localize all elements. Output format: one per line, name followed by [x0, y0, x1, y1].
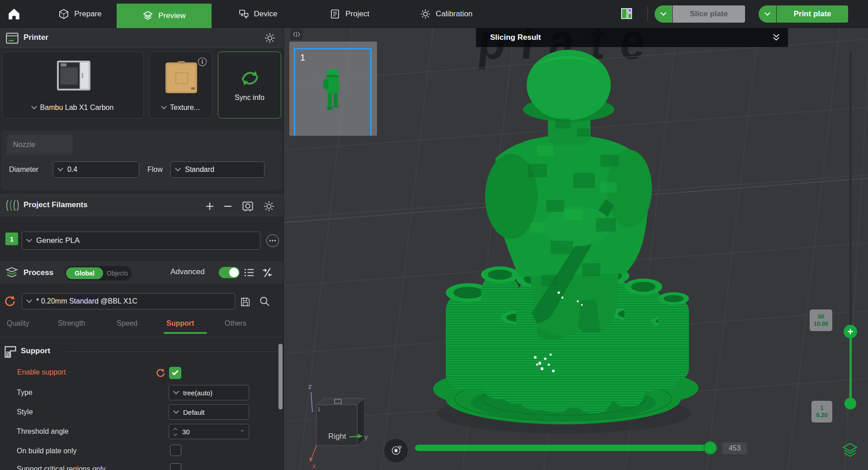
on-build-plate-only-checkbox[interactable]: [170, 445, 181, 456]
z-axis-label: z: [308, 382, 312, 390]
slice-plate-button[interactable]: Slice plate: [673, 5, 745, 23]
process-preset-select[interactable]: * 0.20mm Standard @BBL X1C: [22, 293, 235, 309]
collapse-sidebar-button[interactable]: [290, 29, 303, 40]
print-plate-button[interactable]: Print plate: [777, 5, 848, 23]
process-tab-speed[interactable]: Speed: [117, 319, 137, 328]
stepper-arrows[interactable]: [174, 428, 177, 435]
step-slider-track[interactable]: [415, 445, 717, 451]
gizmo-face-label[interactable]: Right: [328, 432, 346, 441]
printer-card[interactable]: Bambu Lab X1 Carbon: [2, 52, 144, 119]
y-axis-label: y: [364, 433, 368, 441]
tab-project[interactable]: Project: [317, 0, 382, 28]
step-slider-value: 453: [722, 442, 747, 454]
process-scope-toggle[interactable]: Global Objects: [65, 266, 132, 280]
process-tab-others[interactable]: Others: [225, 319, 246, 328]
layer-slider-bottom-handle[interactable]: [844, 398, 856, 409]
top-layer-height: 10.00: [814, 320, 829, 328]
advanced-toggle[interactable]: [219, 267, 240, 278]
checkmark-icon: [172, 369, 178, 375]
panel-scrollbar[interactable]: [278, 344, 283, 409]
stepper-down-icon[interactable]: [174, 432, 177, 435]
slicing-result-bar[interactable]: Slicing Result: [476, 28, 788, 47]
save-preset-icon[interactable]: [240, 296, 251, 308]
build-plate-card[interactable]: Texture...: [149, 52, 212, 119]
layer-slider-top-handle[interactable]: [844, 325, 857, 338]
expand-panel-double-chevron-icon[interactable]: [771, 33, 782, 42]
chevron-down-icon: [57, 166, 63, 171]
compare-presets-icon[interactable]: [261, 266, 274, 279]
process-section-title: Process: [24, 268, 53, 277]
plate-thumbnail[interactable]: 1: [289, 42, 377, 136]
home-button[interactable]: [7, 7, 21, 21]
print-options-dropdown-button[interactable]: [759, 5, 776, 23]
nozzle-diameter-value: 0.4: [67, 166, 77, 174]
viewport-3d[interactable]: plate: [284, 28, 868, 470]
filament-more-options-icon[interactable]: [266, 234, 279, 247]
chevron-down-icon: [26, 237, 32, 242]
tab-calibration[interactable]: Calibration: [406, 0, 486, 28]
filament-selected-value: Generic PLA: [36, 236, 80, 245]
slicing-result-title: Slicing Result: [490, 33, 541, 42]
process-layers-icon: [5, 265, 19, 280]
nozzle-tab[interactable]: Nozzle: [7, 135, 73, 155]
support-critical-regions-checkbox[interactable]: [170, 463, 181, 470]
slice-options-dropdown-button[interactable]: [655, 5, 672, 23]
sync-info-label: Sync info: [218, 94, 281, 102]
nozzle-flow-select[interactable]: Standard: [170, 161, 264, 178]
gcode-preview-toggle-button[interactable]: [384, 439, 408, 462]
bambu-studio-window: Prepare Preview Device Pro: [0, 0, 868, 470]
filament-select[interactable]: Generic PLA: [22, 232, 260, 250]
support-critical-regions-label: Support critical regions only: [17, 465, 106, 470]
build-plate-name: Texture...: [170, 104, 200, 112]
plate-thumbnail-model: [322, 68, 344, 113]
threshold-angle-label: Threshold angle: [17, 427, 69, 436]
collapse-sidebar-icon: [292, 31, 301, 38]
layer-slider-top-badge: 50 10.00: [810, 309, 832, 331]
scope-objects-option[interactable]: Objects: [103, 270, 132, 277]
reset-preset-icon[interactable]: [4, 294, 16, 309]
ams-sync-icon[interactable]: [241, 200, 254, 213]
z-axis-line: [311, 392, 312, 412]
tab-prepare[interactable]: Prepare: [43, 0, 117, 28]
reset-enable-support-icon[interactable]: [155, 367, 167, 379]
scope-global-option[interactable]: Global: [66, 267, 103, 279]
threshold-angle-stepper[interactable]: 30 °: [169, 424, 249, 439]
support-type-value: tree(auto): [183, 389, 212, 397]
info-icon[interactable]: [198, 57, 207, 66]
filament-slot-number[interactable]: 1: [5, 233, 18, 245]
nozzle-diameter-select[interactable]: 0.4: [53, 161, 139, 178]
process-preset-value: * 0.20mm Standard @BBL X1C: [36, 297, 137, 305]
step-slider-handle[interactable]: [703, 441, 717, 455]
tab-device-label: Device: [254, 9, 278, 19]
device-screens-icon: [238, 9, 249, 19]
tab-preview-label: Preview: [158, 11, 185, 20]
process-tab-support[interactable]: Support: [166, 319, 194, 328]
toggle-knob: [229, 268, 239, 277]
sidebar-settings-panel: Printer Bambu Lab X1 Carbon: [0, 28, 284, 470]
tab-project-label: Project: [345, 9, 369, 19]
parameter-list-icon[interactable]: [243, 266, 255, 279]
filaments-section-title: Project Filaments: [24, 200, 88, 209]
on-build-plate-only-label: On build plate only: [17, 447, 77, 455]
support-header-rule: [64, 351, 278, 352]
process-tab-strength[interactable]: Strength: [58, 319, 85, 328]
search-preset-icon[interactable]: [259, 295, 271, 308]
remove-filament-icon[interactable]: [222, 201, 233, 212]
process-tab-quality[interactable]: Quality: [7, 319, 29, 328]
add-filament-icon[interactable]: [204, 201, 215, 212]
support-section-title: Support: [21, 347, 50, 356]
stepper-up-icon[interactable]: [174, 427, 177, 431]
sync-info-card[interactable]: Sync info: [218, 52, 281, 119]
orientation-gizmo[interactable]: Right z y x 1: [307, 382, 374, 470]
enable-support-checkbox[interactable]: [169, 367, 181, 379]
layers-view-icon[interactable]: [841, 441, 859, 459]
support-type-select[interactable]: tree(auto): [169, 385, 249, 400]
arrange-plates-button[interactable]: [620, 7, 633, 20]
printer-settings-gear-icon[interactable]: [264, 32, 276, 44]
tab-device[interactable]: Device: [226, 0, 289, 28]
layer-slider-range[interactable]: [849, 332, 852, 404]
bottom-layer-height: 0.20: [816, 412, 827, 419]
support-style-select[interactable]: Default: [169, 404, 249, 420]
filament-settings-gear-icon[interactable]: [263, 200, 275, 212]
tab-preview[interactable]: Preview: [117, 4, 212, 28]
